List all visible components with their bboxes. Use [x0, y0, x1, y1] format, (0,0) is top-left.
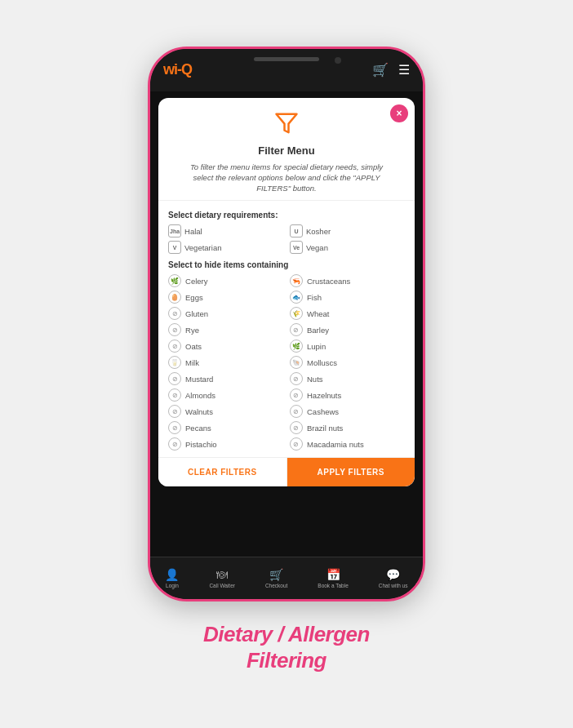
- login-label: Login: [166, 583, 179, 588]
- phone-camera: [335, 57, 341, 64]
- page-title-line1: Dietary / Allergen: [203, 621, 370, 648]
- macadamia-label: Macadamia nuts: [307, 440, 364, 449]
- logo-suffix: Q: [181, 61, 192, 78]
- nuts-label: Nuts: [307, 375, 323, 384]
- allergen-rye[interactable]: ⊘ Rye: [168, 323, 283, 336]
- allergen-barley[interactable]: ⊘ Barley: [290, 323, 405, 336]
- call-waiter-icon: 🍽: [216, 568, 228, 581]
- apply-filters-button[interactable]: APPLY FILTERS: [287, 458, 415, 486]
- almonds-icon: ⊘: [168, 388, 181, 402]
- eggs-icon: 🥚: [168, 291, 181, 304]
- allergen-lupin[interactable]: 🌿 Lupin: [290, 340, 405, 353]
- halal-badge: Jha: [168, 224, 181, 237]
- nuts-icon: ⊘: [290, 372, 303, 385]
- allergen-pistachio[interactable]: ⊘ Pistachio: [168, 437, 283, 451]
- allergen-wheat[interactable]: 🌾 Wheat: [290, 307, 405, 320]
- modal-body[interactable]: Select dietary requirements: Jha Halal U…: [158, 201, 415, 457]
- dietary-grid: Jha Halal U Kosher V Vegetarian: [168, 224, 405, 254]
- pecans-label: Pecans: [185, 424, 211, 433]
- allergen-section-label: Select to hide items containing: [168, 260, 405, 269]
- header-icons: 🛒 ☰: [372, 62, 410, 78]
- brazil-nuts-icon: ⊘: [290, 421, 303, 434]
- molluscs-icon: 🐚: [290, 356, 303, 369]
- logo-prefix: wi-: [163, 61, 181, 78]
- clear-filters-button[interactable]: CLEAR FILTERS: [158, 458, 286, 486]
- allergen-macadamia[interactable]: ⊘ Macadamia nuts: [290, 437, 405, 451]
- walnuts-label: Walnuts: [185, 407, 213, 416]
- walnuts-icon: ⊘: [168, 405, 181, 418]
- allergen-fish[interactable]: 🐟 Fish: [290, 291, 405, 304]
- cart-icon[interactable]: 🛒: [372, 62, 389, 78]
- dietary-section-label: Select dietary requirements:: [168, 211, 405, 220]
- app-header: wi-Q 🛒 ☰: [150, 49, 423, 91]
- vegan-badge: Ve: [290, 241, 303, 254]
- dietary-item-halal[interactable]: Jha Halal: [168, 224, 283, 237]
- lupin-label: Lupin: [307, 342, 326, 351]
- modal-header: Filter Menu To filter the menu items for…: [158, 98, 415, 202]
- allergen-pecans[interactable]: ⊘ Pecans: [168, 421, 283, 434]
- allergen-molluscs[interactable]: 🐚 Molluscs: [290, 356, 405, 369]
- allergen-milk[interactable]: 🥛 Milk: [168, 356, 283, 369]
- allergen-brazil-nuts[interactable]: ⊘ Brazil nuts: [290, 421, 405, 434]
- book-table-icon: 📅: [326, 568, 340, 581]
- nav-book-table[interactable]: 📅 Book a Table: [318, 568, 348, 588]
- mustard-icon: ⊘: [168, 372, 181, 385]
- vegetarian-label: Vegetarian: [184, 243, 221, 252]
- brazil-nuts-label: Brazil nuts: [307, 424, 343, 433]
- hazelnuts-icon: ⊘: [290, 388, 303, 402]
- pistachio-label: Pistachio: [185, 440, 217, 449]
- barley-label: Barley: [307, 326, 329, 335]
- modal-close-button[interactable]: ×: [390, 104, 408, 122]
- chat-icon: 💬: [386, 568, 400, 581]
- nav-chat[interactable]: 💬 Chat with us: [379, 568, 408, 588]
- nav-checkout[interactable]: 🛒 Checkout: [265, 568, 287, 588]
- pecans-icon: ⊘: [168, 421, 181, 434]
- milk-label: Milk: [185, 358, 199, 367]
- allergen-oats[interactable]: ⊘ Oats: [168, 340, 283, 353]
- allergen-almonds[interactable]: ⊘ Almonds: [168, 388, 283, 402]
- page-title-line2: Filtering: [203, 647, 370, 674]
- allergen-cashews[interactable]: ⊘ Cashews: [290, 405, 405, 418]
- crustaceans-label: Crustaceans: [307, 277, 350, 286]
- bottom-nav: 👤 Login 🍽 Call Waiter 🛒 Checkout 📅 Book …: [150, 557, 423, 599]
- filter-modal: × Filter Menu To filter the menu items f…: [158, 98, 415, 487]
- modal-description: To filter the menu items for special die…: [171, 162, 402, 194]
- phone-notch: [254, 57, 319, 61]
- allergen-celery[interactable]: 🌿 Celery: [168, 274, 283, 287]
- modal-footer: CLEAR FILTERS APPLY FILTERS: [158, 457, 415, 486]
- phone-frame: wi-Q 🛒 ☰ ×: [148, 47, 425, 601]
- celery-label: Celery: [185, 277, 207, 286]
- dietary-item-vegetarian[interactable]: V Vegetarian: [168, 241, 283, 254]
- allergen-nuts[interactable]: ⊘ Nuts: [290, 372, 405, 385]
- oats-label: Oats: [185, 342, 202, 351]
- allergen-crustaceans[interactable]: 🦐 Crustaceans: [290, 274, 405, 287]
- dietary-item-kosher[interactable]: U Kosher: [290, 224, 405, 237]
- gluten-icon: ⊘: [168, 307, 181, 320]
- barley-icon: ⊘: [290, 323, 303, 336]
- allergen-walnuts[interactable]: ⊘ Walnuts: [168, 405, 283, 418]
- rye-label: Rye: [185, 326, 199, 335]
- cashews-label: Cashews: [307, 407, 339, 416]
- checkout-icon: 🛒: [269, 568, 283, 581]
- gluten-label: Gluten: [185, 309, 208, 318]
- molluscs-label: Molluscs: [307, 358, 337, 367]
- milk-icon: 🥛: [168, 356, 181, 369]
- nav-login[interactable]: 👤 Login: [165, 568, 179, 588]
- cashews-icon: ⊘: [290, 405, 303, 418]
- nav-call-waiter[interactable]: 🍽 Call Waiter: [209, 568, 235, 588]
- allergen-gluten[interactable]: ⊘ Gluten: [168, 307, 283, 320]
- mustard-label: Mustard: [185, 375, 213, 384]
- allergen-mustard[interactable]: ⊘ Mustard: [168, 372, 283, 385]
- vegetarian-badge: V: [168, 241, 181, 254]
- menu-icon[interactable]: ☰: [398, 62, 410, 78]
- login-icon: 👤: [165, 568, 179, 581]
- dietary-item-vegan[interactable]: Ve Vegan: [290, 241, 405, 254]
- pistachio-icon: ⊘: [168, 437, 181, 451]
- kosher-badge: U: [290, 224, 303, 237]
- allergen-hazelnuts[interactable]: ⊘ Hazelnuts: [290, 388, 405, 402]
- phone-screen: wi-Q 🛒 ☰ ×: [150, 49, 423, 599]
- lupin-icon: 🌿: [290, 340, 303, 353]
- wheat-label: Wheat: [307, 309, 329, 318]
- wheat-icon: 🌾: [290, 307, 303, 320]
- allergen-eggs[interactable]: 🥚 Eggs: [168, 291, 283, 304]
